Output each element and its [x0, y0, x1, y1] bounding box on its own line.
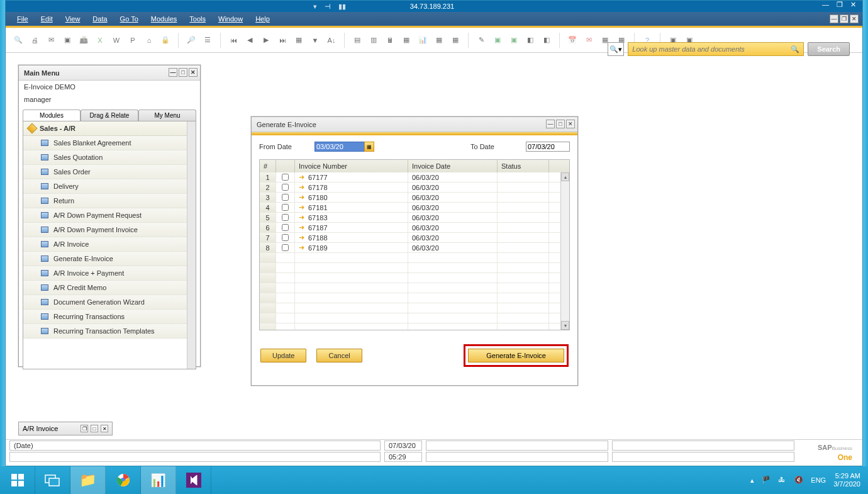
row-invoice-number[interactable]: ➜67180: [295, 193, 408, 202]
tree-item-sales-quotation[interactable]: Sales Quotation: [23, 150, 196, 165]
target-doc-icon[interactable]: ▥: [367, 34, 380, 47]
tray-network-icon[interactable]: 🖧: [778, 476, 787, 485]
tree-item-sales-order[interactable]: Sales Order: [23, 165, 196, 179]
word-icon[interactable]: W: [110, 34, 123, 47]
calendar-icon[interactable]: 📅: [566, 34, 579, 47]
new-activity-icon[interactable]: ▣: [491, 34, 504, 47]
funnel-icon[interactable]: ▼: [309, 34, 321, 47]
minimized-ar-invoice[interactable]: A/R Invoice ❐ □ ✕: [18, 422, 113, 435]
start-button[interactable]: [0, 466, 35, 494]
taskbar-chrome[interactable]: [106, 466, 141, 494]
tree-item-return[interactable]: Return: [23, 194, 196, 208]
minimized-maximize[interactable]: □: [91, 425, 98, 432]
minimized-restore[interactable]: ❐: [81, 425, 88, 432]
tree-node-sales-ar[interactable]: Sales - A/R: [23, 121, 196, 136]
row-checkbox[interactable]: [282, 194, 289, 201]
tree-item-sales-blanket-agreement[interactable]: Sales Blanket Agreement: [23, 136, 196, 150]
tree-item-document-generation-wizard[interactable]: Document Generation Wizard: [23, 295, 196, 310]
tab-my-menu[interactable]: My Menu: [138, 109, 196, 121]
tray-sound-icon[interactable]: 🔇: [794, 476, 803, 485]
tree-item-a-r-invoice-payment[interactable]: A/R Invoice + Payment: [23, 266, 196, 281]
menu-view[interactable]: View: [59, 14, 87, 24]
tree-item-a-r-invoice[interactable]: A/R Invoice: [23, 237, 196, 252]
menu-window[interactable]: Window: [212, 14, 249, 24]
tray-language[interactable]: ENG: [811, 476, 826, 484]
taskbar-explorer[interactable]: 📁: [70, 466, 106, 494]
tree-item-a-r-credit-memo[interactable]: A/R Credit Memo: [23, 281, 196, 295]
row-invoice-number[interactable]: ➜67188: [295, 233, 408, 242]
query-icon[interactable]: ◧: [524, 34, 537, 47]
menu-data[interactable]: Data: [86, 14, 113, 24]
row-invoice-number[interactable]: ➜67187: [295, 223, 408, 232]
first-record-icon[interactable]: ⏮: [227, 34, 240, 47]
lock-icon[interactable]: 🔒: [159, 34, 172, 47]
mdi-restore-button[interactable]: ❐: [840, 14, 849, 23]
link-arrow-icon[interactable]: ➜: [299, 183, 304, 191]
tray-flag-icon[interactable]: 🏴: [762, 476, 771, 485]
edit-icon[interactable]: ✎: [475, 34, 487, 47]
user-defined-icon[interactable]: ▣: [508, 34, 520, 47]
tree-item-recurring-transactions[interactable]: Recurring Transactions: [23, 310, 196, 324]
main-menu-close[interactable]: ✕: [189, 68, 198, 77]
from-date-input[interactable]: [314, 142, 365, 152]
sort-icon[interactable]: A↓: [325, 34, 338, 47]
scroll-up-icon[interactable]: ▴: [561, 172, 569, 181]
link-arrow-icon[interactable]: ➜: [299, 203, 304, 211]
menu-modules[interactable]: Modules: [145, 14, 184, 24]
link-arrow-icon[interactable]: ➜: [299, 193, 304, 201]
last-record-icon[interactable]: ⏭: [276, 34, 289, 47]
row-checkbox[interactable]: [282, 244, 289, 251]
layout-icon[interactable]: ▦: [433, 34, 445, 47]
remote-minimize-button[interactable]: —: [820, 1, 832, 9]
search-input[interactable]: [632, 45, 791, 53]
main-menu-minimize[interactable]: —: [169, 68, 177, 77]
mdi-minimize-button[interactable]: —: [830, 14, 838, 23]
pin-icon[interactable]: ⊣: [325, 3, 331, 11]
tree-item-generate-e-invoice[interactable]: Generate E-Invoice: [23, 252, 196, 266]
tab-drag-relate[interactable]: Drag & Relate: [81, 109, 138, 121]
row-invoice-number[interactable]: ➜67183: [295, 213, 408, 222]
print-icon[interactable]: 🖨: [28, 34, 41, 47]
table-row[interactable]: 5➜6718306/03/20: [260, 213, 569, 223]
from-date-picker-button[interactable]: ▦: [364, 142, 374, 152]
tree-item-delivery[interactable]: Delivery: [23, 179, 196, 194]
next-record-icon[interactable]: ▶: [260, 34, 272, 47]
row-checkbox[interactable]: [282, 234, 289, 241]
taskbar-task-view[interactable]: [35, 466, 70, 494]
menu-tools[interactable]: Tools: [183, 14, 212, 24]
scroll-down-icon[interactable]: ▾: [561, 321, 569, 330]
search-clear-icon[interactable]: 🔍: [791, 45, 799, 53]
update-button[interactable]: Update: [260, 349, 306, 362]
menu-goto[interactable]: Go To: [114, 14, 145, 24]
base-doc-icon[interactable]: ▤: [351, 34, 364, 47]
translate-icon[interactable]: ▦: [449, 34, 462, 47]
cancel-button[interactable]: Cancel: [316, 349, 362, 362]
fax-icon[interactable]: 📠: [77, 34, 90, 47]
row-checkbox[interactable]: [282, 174, 289, 181]
tree-item-a-r-down-payment-request[interactable]: A/R Down Payment Request: [23, 208, 196, 223]
tree-scrollbar[interactable]: [187, 121, 196, 369]
main-menu-maximize[interactable]: □: [179, 68, 187, 77]
table-row[interactable]: 2➜6717806/03/20: [260, 182, 569, 193]
menu-help[interactable]: Help: [249, 14, 276, 24]
row-checkbox[interactable]: [282, 224, 289, 231]
row-invoice-number[interactable]: ➜67178: [295, 182, 408, 192]
mdi-close-button[interactable]: ✕: [850, 14, 859, 23]
link-arrow-icon[interactable]: ➜: [299, 223, 304, 232]
tray-up-icon[interactable]: ▴: [750, 476, 754, 485]
table-row[interactable]: 1➜6717706/03/20: [260, 172, 569, 182]
einvoice-close[interactable]: ✕: [566, 120, 575, 128]
remote-restore-button[interactable]: ❐: [834, 1, 845, 9]
grid-scrollbar[interactable]: ▴ ▾: [560, 172, 569, 330]
table-row[interactable]: 8➜6718906/03/20: [260, 243, 569, 253]
excel-icon[interactable]: X: [94, 34, 106, 47]
menu-file[interactable]: File: [11, 14, 35, 24]
row-invoice-number[interactable]: ➜67189: [295, 243, 408, 252]
minimized-close[interactable]: ✕: [101, 425, 108, 432]
link-arrow-icon[interactable]: ➜: [299, 244, 304, 252]
taskbar-visual-studio[interactable]: [176, 466, 211, 494]
search-scope-dropdown[interactable]: 🔍▾: [608, 42, 624, 56]
messages-icon[interactable]: ✉: [582, 34, 595, 47]
link-arrow-icon[interactable]: ➜: [299, 213, 304, 222]
email-icon[interactable]: ✉: [45, 34, 57, 47]
